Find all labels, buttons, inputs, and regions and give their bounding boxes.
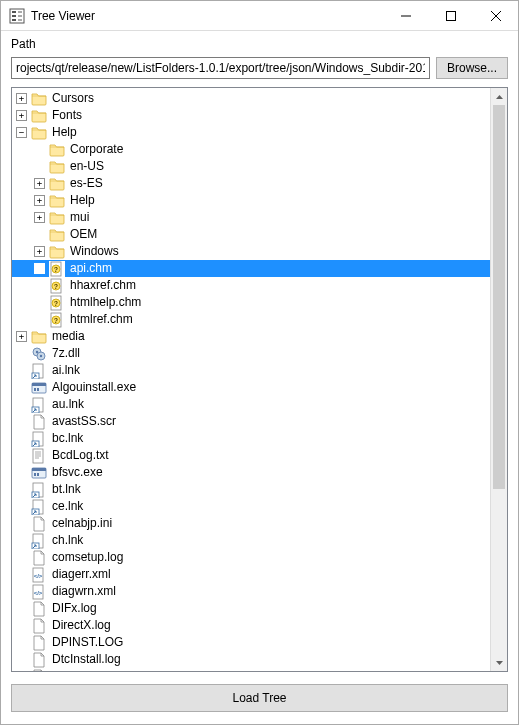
tree-node-label: OEM (68, 226, 99, 243)
expander-icon[interactable]: + (16, 93, 27, 104)
tree-node[interactable]: </>diagerr.xml (12, 566, 490, 583)
file-icon (31, 516, 47, 532)
path-input[interactable] (11, 57, 430, 79)
expander-icon[interactable]: + (34, 246, 45, 257)
tree-node-label: 7z.dll (50, 345, 82, 362)
tree-node-label: diagerr.xml (50, 566, 113, 583)
tree-node[interactable]: ch.lnk (12, 532, 490, 549)
tree-node[interactable]: bc.lnk (12, 430, 490, 447)
tree-node[interactable]: comsetup.log (12, 549, 490, 566)
tree-node-label: avastSS.scr (50, 413, 118, 430)
expander-icon (16, 450, 27, 461)
tree-node[interactable]: +mui (12, 209, 490, 226)
tree-node[interactable]: +Help (12, 192, 490, 209)
tree-node[interactable]: DtcInstall.log (12, 651, 490, 668)
tree-node-label: Cursors (50, 90, 96, 107)
tree-node[interactable]: au.lnk (12, 396, 490, 413)
tree-container: +Cursors+Fonts−HelpCorporateen-US+es-ES+… (11, 87, 508, 672)
tree-node[interactable]: Algouinstall.exe (12, 379, 490, 396)
expander-icon (34, 161, 45, 172)
tree-node[interactable]: </>diagwrn.xml (12, 583, 490, 600)
svg-text:</>: </> (34, 573, 43, 579)
folder-icon (49, 142, 65, 158)
tree-node[interactable]: +media (12, 328, 490, 345)
folder-icon (31, 329, 47, 345)
svg-text:?: ? (54, 300, 58, 307)
expander-icon[interactable]: + (16, 110, 27, 121)
expander-icon[interactable]: + (34, 178, 45, 189)
maximize-button[interactable] (428, 1, 473, 30)
tree-node-label: DtcInstall.log (50, 651, 123, 668)
svg-rect-43 (32, 468, 46, 471)
tree-node[interactable]: avastSS.scr (12, 413, 490, 430)
tree-node[interactable]: ?htmlhelp.chm (12, 294, 490, 311)
expander-icon (34, 144, 45, 155)
tree-node[interactable]: bfsvc.exe (12, 464, 490, 481)
tree-node[interactable]: ai.lnk (12, 362, 490, 379)
path-section: Path Browse... (1, 31, 518, 87)
tree-node-label: bt.lnk (50, 481, 83, 498)
lnk-icon (31, 431, 47, 447)
tree-node[interactable]: ?api.chm (12, 260, 490, 277)
tree-node-label: ch.lnk (50, 532, 85, 549)
expander-icon (34, 280, 45, 291)
svg-text:?: ? (54, 283, 58, 290)
tree-node[interactable]: DirectX.log (12, 617, 490, 634)
expander-icon[interactable]: + (34, 212, 45, 223)
expander-icon (16, 382, 27, 393)
scrollbar-track[interactable] (491, 105, 507, 654)
tree-node[interactable]: DIFx.log (12, 600, 490, 617)
folder-icon (31, 91, 47, 107)
tree-node[interactable]: ce.lnk (12, 498, 490, 515)
tree-node[interactable]: +Fonts (12, 107, 490, 124)
load-tree-button[interactable]: Load Tree (11, 684, 508, 712)
tree-node[interactable]: DPINST.LOG (12, 634, 490, 651)
tree-node[interactable]: BcdLog.txt (12, 447, 490, 464)
expander-icon (16, 501, 27, 512)
dll-icon (31, 346, 47, 362)
tree-node-label: au.lnk (50, 396, 86, 413)
tree-node-label: DPINST.LOG (50, 634, 125, 651)
expander-icon[interactable]: + (16, 331, 27, 342)
close-button[interactable] (473, 1, 518, 30)
svg-text:?: ? (54, 266, 58, 273)
scroll-up-button[interactable] (491, 88, 508, 105)
titlebar: Tree Viewer (1, 1, 518, 31)
exe-icon (31, 380, 47, 396)
browse-button[interactable]: Browse... (436, 57, 508, 79)
expander-icon[interactable]: − (16, 127, 27, 138)
svg-rect-31 (34, 388, 36, 391)
tree-view[interactable]: +Cursors+Fonts−HelpCorporateen-US+es-ES+… (12, 88, 490, 671)
tree-node[interactable]: celnabjp.ini (12, 515, 490, 532)
tree-node[interactable]: OEM (12, 226, 490, 243)
window-controls (383, 1, 518, 30)
tree-node[interactable]: en-US (12, 158, 490, 175)
expander-icon[interactable]: + (34, 195, 45, 206)
tree-node-label: es-ES (68, 175, 105, 192)
tree-node[interactable]: +es-ES (12, 175, 490, 192)
tree-node[interactable]: Corporate (12, 141, 490, 158)
exe-icon (31, 465, 47, 481)
tree-node[interactable]: +Cursors (12, 90, 490, 107)
scroll-down-button[interactable] (491, 654, 508, 671)
expander-icon (16, 569, 27, 580)
tree-node[interactable]: −Help (12, 124, 490, 141)
minimize-button[interactable] (383, 1, 428, 30)
svg-rect-8 (446, 11, 455, 20)
tree-node-label: en-US (68, 158, 106, 175)
expander-icon (16, 399, 27, 410)
tree-node[interactable]: 7z.dll (12, 345, 490, 362)
tree-node[interactable]: +Windows (12, 243, 490, 260)
scrollbar-thumb[interactable] (493, 105, 505, 489)
tree-node[interactable]: bt.lnk (12, 481, 490, 498)
tree-node-label: ce.lnk (50, 498, 85, 515)
tree-node[interactable]: EPMBatch.ept (12, 668, 490, 671)
folder-icon (31, 108, 47, 124)
expander-icon (16, 637, 27, 648)
tree-node[interactable]: ?htmlref.chm (12, 311, 490, 328)
path-row: Browse... (11, 57, 508, 79)
folder-icon (31, 125, 47, 141)
tree-node-label: hhaxref.chm (68, 277, 138, 294)
vertical-scrollbar[interactable] (490, 88, 507, 671)
tree-node[interactable]: ?hhaxref.chm (12, 277, 490, 294)
